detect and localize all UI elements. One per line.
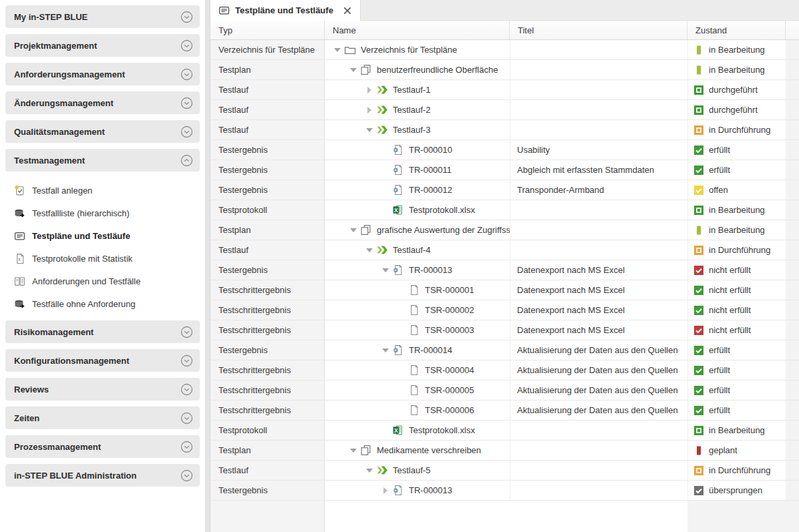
cell-name: Testlauf-3 [325,120,510,140]
tree-expander[interactable] [346,441,360,461]
chevron-up-icon[interactable] [180,154,193,167]
sidebar-section-label: My in-STEP BLUE [14,12,88,22]
chevron-down-icon[interactable] [180,469,193,482]
cell-name: TSR-000003 [325,320,510,340]
sidebar-section--nderungsmanagement[interactable]: Änderungsmanagement [5,91,200,114]
table-row[interactable]: Testschrittergebnis TSR-000001 Datenexpo… [210,280,799,300]
table-row[interactable]: Testlauf Testlauf-5 in Durchführung [210,461,799,481]
chevron-down-icon[interactable] [180,383,193,396]
tree-expander[interactable] [378,481,392,501]
sidebar-section-zeiten[interactable]: Zeiten [5,407,200,429]
chevron-down-icon[interactable] [180,97,193,109]
table-row[interactable]: Testergebnis TR-000012 Transponder-Armba… [210,180,799,200]
cell-typ: Testlauf [210,240,325,260]
table-row[interactable]: Testschrittergebnis TSR-000002 Datenexpo… [210,300,799,320]
table-row[interactable]: Testergebnis TR-000013 übersprungen [210,481,799,501]
cell-zustand: in Durchführung [687,120,786,140]
chevron-down-icon[interactable] [180,326,193,338]
table-row[interactable]: Testergebnis TR-000010 Usability erfüllt [210,140,799,160]
cell-filler [786,481,799,501]
sidebar-item-testfallliste-hierarchisch-[interactable]: Testfallliste (hierarchisch) [0,202,205,224]
status-label: in Durchführung [709,245,771,255]
table-row[interactable]: Testprotokoll X Testprotokoll.xlsx in Be… [210,421,799,441]
table-row[interactable]: Testlauf Testlauf-2 durchgeführt [210,100,799,120]
cell-name: TSR-000006 [325,401,510,421]
sidebar-item-testpläne-und-testläufe[interactable]: Testpläne und Testläufe [0,224,205,247]
cell-typ: Testlauf [210,461,325,481]
tree-expander[interactable] [362,120,376,140]
status-sq-green-icon [694,85,703,95]
table-row[interactable]: Testergebnis TR-000013 Datenexport nach … [210,260,799,280]
sidebar-section-reviews[interactable]: Reviews [5,378,200,401]
table-row[interactable]: Testplan benutzerfreundliche Oberfläche … [210,60,799,80]
status-label: in Bearbeitung [709,425,765,435]
tree-expander[interactable] [362,80,376,100]
sidebar-section-my-in-step-blue[interactable]: My in-STEP BLUE [5,5,200,28]
table-row[interactable]: Testplan Medikamente verschreiben geplan… [210,441,799,461]
cell-typ: Testschrittergebnis [210,300,325,320]
chevron-down-icon[interactable] [180,39,193,52]
tree-expander[interactable] [378,340,392,360]
chevron-down-icon[interactable] [180,441,193,453]
close-icon[interactable] [343,6,352,15]
sidebar-section-label: Konfigurationsmanagement [14,356,130,366]
table-row[interactable]: Testschrittergebnis TSR-000003 Datenexpo… [210,320,799,340]
cell-titel: Transponder-Armband [510,180,687,200]
sidebar-section-projektmanagement[interactable]: Projektmanagement [5,34,200,57]
chevron-down-icon[interactable] [180,125,193,138]
tab-testplaene-und-testlaeufe[interactable]: Testpläne und Testläufe [210,0,361,21]
status-label: in Bearbeitung [709,45,765,55]
tree-expander[interactable] [330,40,344,60]
column-header-name[interactable]: Name [325,21,510,39]
tree-expander[interactable] [346,220,360,240]
sidebar-section-qualit-tsmanagement[interactable]: Qualitätsmanagement [5,120,200,143]
sidebar-section-label: Risikomanagement [14,327,94,337]
sidebar-item-testfall-anlegen[interactable]: Testfall anlegen [0,179,205,202]
column-header-zustand[interactable]: Zustand [687,21,786,39]
table-row[interactable]: Testlauf Testlauf-3 in Durchführung [210,120,799,140]
sidebar-item-testfälle-ohne-anforderung[interactable]: Testfälle ohne Anforderung [0,292,205,315]
cell-typ: Testergebnis [210,140,325,160]
tree-expander[interactable] [362,461,376,481]
table-row[interactable]: Testergebnis TR-000014 Aktualisierung de… [210,340,799,360]
chevron-down-icon[interactable] [180,11,193,23]
table-row[interactable]: Testschrittergebnis TSR-000006 Aktualisi… [210,401,799,421]
tree-expander[interactable] [362,100,376,120]
cell-name: TR-000014 [325,340,510,360]
sidebar-section-konfigurationsmanagement[interactable]: Konfigurationsmanagement [5,349,200,372]
testrun-icon [376,124,388,136]
sidebar-section-prozessmanagement[interactable]: Prozessmanagement [5,435,200,458]
testplan-copy-icon [360,224,372,236]
sidebar-section-anforderungsmanagement[interactable]: Anforderungsmanagement [5,63,200,85]
chevron-down-icon[interactable] [180,354,193,367]
table-row[interactable]: Testlauf Testlauf-4 in Durchführung [210,240,799,260]
chevron-down-icon[interactable] [180,68,193,81]
table-row[interactable]: Testschrittergebnis TSR-000005 Aktualisi… [210,380,799,401]
column-header-typ[interactable]: Typ [210,21,325,39]
column-header-titel[interactable]: Titel [510,21,687,39]
tree-expander[interactable] [378,260,392,280]
sidebar-section-testmanagement[interactable]: Testmanagement [5,149,200,172]
sidebar-section-in-step-blue-administration[interactable]: in-STEP BLUE Administration [5,464,200,487]
sidebar-section-label: Prozessmanagement [14,442,101,452]
cell-titel [510,220,687,240]
cell-zustand: erfüllt [687,360,786,380]
sidebar-item-anforderungen-und-testfälle[interactable]: Anforderungen und Testfälle [0,270,205,292]
table-row[interactable]: Testschrittergebnis TSR-000004 Aktualisi… [210,360,799,380]
sidebar-item-testprotokolle-mit-statistik[interactable]: x Testprotokolle mit Statistik [0,247,205,270]
status-label: übersprungen [709,485,762,495]
chevron-down-icon[interactable] [180,412,193,425]
table-row[interactable]: Testprotokoll X Testprotokoll.xlsx in Be… [210,200,799,220]
table-row[interactable]: Testplan grafische Auswertung der Zugrif… [210,220,799,240]
cell-typ: Testschrittergebnis [210,280,325,300]
sidebar-section-risikomanagement[interactable]: Risikomanagement [5,320,200,343]
tree-expander[interactable] [346,60,360,80]
status-label: nicht erfüllt [709,265,751,275]
cell-filler [786,401,799,421]
tree-expander[interactable] [362,240,376,260]
table-row[interactable]: Verzeichnis für Testpläne Verzeichnis fü… [210,40,799,60]
table-row[interactable]: Testlauf Testlauf-1 durchgeführt [210,80,799,100]
cell-typ: Testplan [210,220,325,240]
table-row[interactable]: Testergebnis TR-000011 Abgleich mit erfa… [210,160,799,180]
cell-name: grafische Auswertung der Zugriffssta [325,220,510,240]
